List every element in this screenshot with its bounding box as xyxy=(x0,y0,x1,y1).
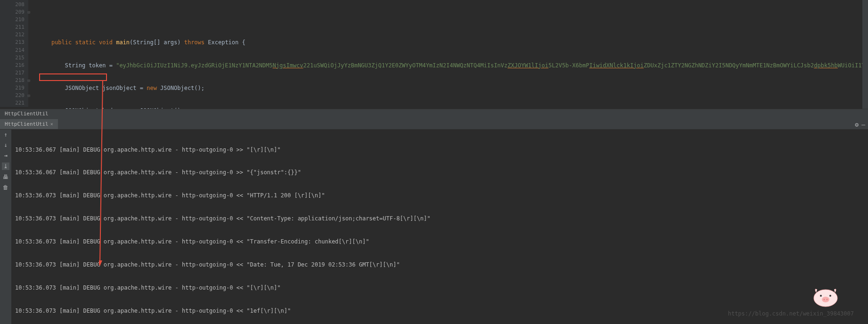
gear-icon[interactable]: ⚙ xyxy=(855,121,859,128)
svg-point-4 xyxy=(824,299,825,300)
log-line: 10:53:36.067 [main] DEBUG org.apache.htt… xyxy=(15,146,864,154)
scroll-down-icon[interactable]: ↓ xyxy=(4,142,7,148)
line-number: 213 xyxy=(0,39,25,46)
code-line: String token = "eyJhbGciOiJIUzI1NiJ9.eyJ… xyxy=(38,62,868,69)
console-panel: ↑ ↓ ⇥ ⤓ 🖶 🗑 10:53:36.067 [main] DEBUG or… xyxy=(0,130,868,324)
tab-label: HttpClientUtil xyxy=(5,121,49,127)
pig-mascot-icon xyxy=(807,279,844,308)
line-number: 216 xyxy=(0,62,25,69)
line-number: 220⊟ xyxy=(0,92,25,99)
log-line: 10:53:36.073 [main] DEBUG org.apache.htt… xyxy=(15,192,864,199)
line-number: 215 xyxy=(0,54,25,62)
svg-point-1 xyxy=(822,297,829,302)
log-line: 10:53:36.073 [main] DEBUG org.apache.htt… xyxy=(15,261,864,268)
line-number: 210 xyxy=(0,16,25,24)
highlight-annotation xyxy=(39,73,107,81)
console-tab[interactable]: HttpClientUtil × xyxy=(0,119,58,129)
code-editor[interactable]: 208 ▶209⊟ 210 211 212 213 214 215 216 21… xyxy=(0,0,868,109)
fold-icon[interactable]: ⊟ xyxy=(28,8,30,16)
console-tabs: HttpClientUtil × xyxy=(0,119,868,130)
code-line: JSONObject jsonObject = new JSONObject()… xyxy=(38,84,868,92)
log-line: 10:53:36.073 [main] DEBUG org.apache.htt… xyxy=(15,215,864,222)
line-number: 212 xyxy=(0,31,25,39)
fold-icon[interactable]: ⊟ xyxy=(28,92,30,99)
close-icon[interactable]: × xyxy=(50,122,53,127)
svg-point-3 xyxy=(829,295,831,297)
watermark: https://blog.csdn.net/weixin_39843007 xyxy=(728,310,854,317)
print-icon[interactable]: 🖶 xyxy=(3,174,8,180)
log-line: 10:53:36.073 [main] DEBUG org.apache.htt… xyxy=(15,284,864,292)
soft-wrap-icon[interactable]: ⇥ xyxy=(4,152,7,159)
log-line: 10:53:36.073 [main] DEBUG org.apache.htt… xyxy=(15,238,864,245)
code-line: public static void main(String[] args) t… xyxy=(38,39,868,46)
line-number: 217 xyxy=(0,69,25,77)
line-number: 214 xyxy=(0,47,25,54)
svg-point-5 xyxy=(827,299,828,300)
log-line: 10:53:36.067 [main] DEBUG org.apache.htt… xyxy=(15,169,864,176)
scroll-to-end-icon[interactable]: ⤓ xyxy=(2,162,9,170)
fold-icon[interactable]: ⊟ xyxy=(28,77,30,84)
vertical-scrollbar[interactable] xyxy=(862,0,868,109)
scroll-up-icon[interactable]: ↑ xyxy=(4,131,7,138)
code-content[interactable]: public static void main(String[] args) t… xyxy=(28,0,868,109)
console-toolbar: ⚙ — xyxy=(855,121,865,128)
line-number: ▶209⊟ xyxy=(0,8,25,16)
code-line: JSONObject body = new JSONObject(); xyxy=(38,107,868,109)
svg-point-2 xyxy=(820,295,822,297)
clear-icon[interactable]: 🗑 xyxy=(3,184,8,191)
minimize-icon[interactable]: — xyxy=(861,121,865,128)
line-number: 219 xyxy=(0,84,25,92)
line-number: 221 xyxy=(0,99,25,107)
console-gutter: ↑ ↓ ⇥ ⤓ 🖶 🗑 xyxy=(0,130,11,324)
line-number: 211 xyxy=(0,24,25,31)
code-line xyxy=(38,16,868,24)
line-number: 218⊟ xyxy=(0,77,25,84)
console-output[interactable]: 10:53:36.067 [main] DEBUG org.apache.htt… xyxy=(11,130,868,324)
breadcrumb[interactable]: HttpClientUtil xyxy=(0,109,868,119)
line-gutter: 208 ▶209⊟ 210 211 212 213 214 215 216 21… xyxy=(0,0,28,107)
line-number: 208 xyxy=(0,1,25,8)
